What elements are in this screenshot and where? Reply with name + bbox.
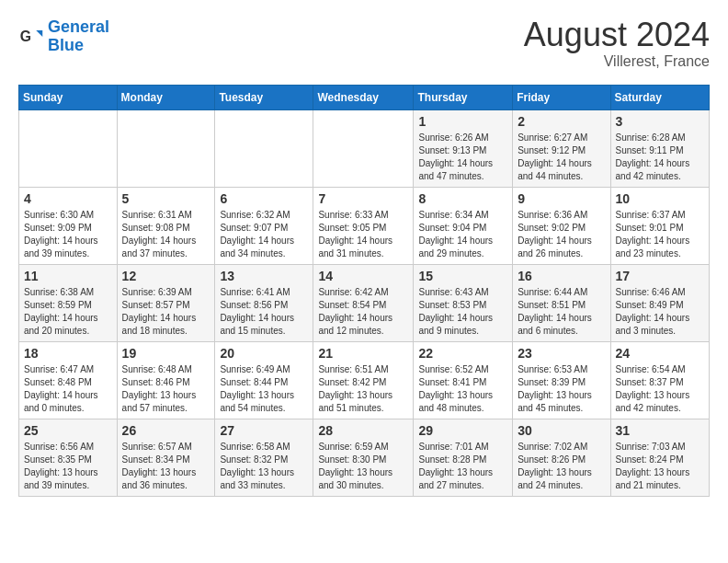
calendar-cell: 28Sunrise: 6:59 AM Sunset: 8:30 PM Dayli…	[313, 419, 414, 497]
day-number: 2	[518, 114, 605, 129]
title-block: August 2024 Villerest, France	[524, 18, 710, 70]
day-number: 17	[616, 269, 704, 283]
day-number: 4	[24, 191, 112, 206]
logo-icon: G	[18, 24, 44, 50]
calendar-cell: 10Sunrise: 6:37 AM Sunset: 9:01 PM Dayli…	[610, 188, 709, 265]
day-info: Sunrise: 6:44 AM Sunset: 8:51 PM Dayligh…	[518, 286, 605, 338]
calendar-week-2: 4Sunrise: 6:30 AM Sunset: 9:09 PM Daylig…	[19, 188, 710, 265]
calendar-table: SundayMondayTuesdayWednesdayThursdayFrid…	[18, 85, 710, 497]
day-info: Sunrise: 6:31 AM Sunset: 9:08 PM Dayligh…	[122, 209, 210, 260]
day-info: Sunrise: 6:53 AM Sunset: 8:39 PM Dayligh…	[518, 363, 605, 415]
day-number: 23	[518, 346, 605, 361]
day-number: 7	[318, 191, 408, 206]
day-number: 3	[616, 114, 704, 129]
svg-marker-1	[36, 30, 42, 37]
calendar-cell: 24Sunrise: 6:54 AM Sunset: 8:37 PM Dayli…	[610, 342, 709, 419]
day-number: 29	[418, 423, 507, 438]
day-number: 15	[418, 269, 507, 283]
day-info: Sunrise: 6:43 AM Sunset: 8:53 PM Dayligh…	[418, 286, 507, 338]
page-header: G General Blue August 2024 Villerest, Fr…	[18, 18, 710, 70]
day-info: Sunrise: 6:32 AM Sunset: 9:07 PM Dayligh…	[220, 209, 308, 260]
calendar-cell: 11Sunrise: 6:38 AM Sunset: 8:59 PM Dayli…	[19, 265, 118, 342]
day-number: 16	[518, 269, 605, 283]
calendar-cell: 2Sunrise: 6:27 AM Sunset: 9:12 PM Daylig…	[513, 110, 610, 188]
day-info: Sunrise: 6:54 AM Sunset: 8:37 PM Dayligh…	[616, 363, 704, 415]
calendar-cell: 6Sunrise: 6:32 AM Sunset: 9:07 PM Daylig…	[215, 188, 313, 265]
day-info: Sunrise: 6:52 AM Sunset: 8:41 PM Dayligh…	[418, 363, 507, 415]
month-title: August 2024	[524, 18, 710, 52]
day-info: Sunrise: 6:30 AM Sunset: 9:09 PM Dayligh…	[24, 209, 112, 260]
day-number: 13	[220, 269, 308, 283]
day-info: Sunrise: 6:59 AM Sunset: 8:30 PM Dayligh…	[318, 441, 408, 492]
day-number: 22	[418, 346, 507, 361]
day-number: 5	[122, 191, 210, 206]
day-info: Sunrise: 6:39 AM Sunset: 8:57 PM Dayligh…	[122, 286, 210, 338]
calendar-cell: 14Sunrise: 6:42 AM Sunset: 8:54 PM Dayli…	[313, 265, 414, 342]
calendar-cell: 21Sunrise: 6:51 AM Sunset: 8:42 PM Dayli…	[313, 342, 414, 419]
calendar-cell	[19, 110, 118, 188]
day-info: Sunrise: 6:33 AM Sunset: 9:05 PM Dayligh…	[318, 209, 408, 260]
calendar-cell	[313, 110, 414, 188]
day-number: 21	[318, 346, 408, 361]
svg-text:G: G	[20, 29, 31, 44]
calendar-cell: 8Sunrise: 6:34 AM Sunset: 9:04 PM Daylig…	[414, 188, 513, 265]
day-number: 28	[318, 423, 408, 438]
weekday-header-friday: Friday	[513, 86, 610, 110]
day-info: Sunrise: 6:34 AM Sunset: 9:04 PM Dayligh…	[418, 209, 507, 260]
calendar-cell: 1Sunrise: 6:26 AM Sunset: 9:13 PM Daylig…	[414, 110, 513, 188]
day-info: Sunrise: 6:26 AM Sunset: 9:13 PM Dayligh…	[418, 132, 507, 183]
calendar-cell: 19Sunrise: 6:48 AM Sunset: 8:46 PM Dayli…	[117, 342, 215, 419]
weekday-header-sunday: Sunday	[19, 86, 118, 110]
weekday-header-saturday: Saturday	[610, 86, 709, 110]
day-info: Sunrise: 7:03 AM Sunset: 8:24 PM Dayligh…	[616, 441, 704, 492]
day-info: Sunrise: 6:37 AM Sunset: 9:01 PM Dayligh…	[616, 209, 704, 260]
day-info: Sunrise: 7:02 AM Sunset: 8:26 PM Dayligh…	[518, 441, 605, 492]
calendar-cell: 13Sunrise: 6:41 AM Sunset: 8:56 PM Dayli…	[215, 265, 313, 342]
calendar-cell: 23Sunrise: 6:53 AM Sunset: 8:39 PM Dayli…	[513, 342, 610, 419]
calendar-week-1: 1Sunrise: 6:26 AM Sunset: 9:13 PM Daylig…	[19, 110, 710, 188]
weekday-header-monday: Monday	[117, 86, 215, 110]
calendar-cell: 22Sunrise: 6:52 AM Sunset: 8:41 PM Dayli…	[414, 342, 513, 419]
day-info: Sunrise: 6:27 AM Sunset: 9:12 PM Dayligh…	[518, 132, 605, 183]
location-subtitle: Villerest, France	[524, 53, 710, 70]
day-number: 26	[122, 423, 210, 438]
day-info: Sunrise: 6:46 AM Sunset: 8:49 PM Dayligh…	[616, 286, 704, 338]
day-info: Sunrise: 6:41 AM Sunset: 8:56 PM Dayligh…	[220, 286, 308, 338]
day-number: 30	[518, 423, 605, 438]
calendar-cell: 5Sunrise: 6:31 AM Sunset: 9:08 PM Daylig…	[117, 188, 215, 265]
day-number: 14	[318, 269, 408, 283]
day-number: 19	[122, 346, 210, 361]
day-info: Sunrise: 7:01 AM Sunset: 8:28 PM Dayligh…	[418, 441, 507, 492]
day-number: 18	[24, 346, 112, 361]
day-number: 31	[616, 423, 704, 438]
day-info: Sunrise: 6:28 AM Sunset: 9:11 PM Dayligh…	[616, 132, 704, 183]
calendar-week-5: 25Sunrise: 6:56 AM Sunset: 8:35 PM Dayli…	[19, 419, 710, 497]
logo-general: General	[48, 17, 109, 36]
day-number: 25	[24, 423, 112, 438]
day-number: 12	[122, 269, 210, 283]
calendar-cell: 30Sunrise: 7:02 AM Sunset: 8:26 PM Dayli…	[513, 419, 610, 497]
calendar-cell: 16Sunrise: 6:44 AM Sunset: 8:51 PM Dayli…	[513, 265, 610, 342]
calendar-cell: 25Sunrise: 6:56 AM Sunset: 8:35 PM Dayli…	[19, 419, 118, 497]
day-info: Sunrise: 6:38 AM Sunset: 8:59 PM Dayligh…	[24, 286, 112, 338]
calendar-cell: 12Sunrise: 6:39 AM Sunset: 8:57 PM Dayli…	[117, 265, 215, 342]
day-number: 1	[418, 114, 507, 129]
calendar-cell: 3Sunrise: 6:28 AM Sunset: 9:11 PM Daylig…	[610, 110, 709, 188]
day-info: Sunrise: 6:47 AM Sunset: 8:48 PM Dayligh…	[24, 363, 112, 415]
weekday-header-thursday: Thursday	[414, 86, 513, 110]
calendar-header-row: SundayMondayTuesdayWednesdayThursdayFrid…	[19, 86, 710, 110]
logo-blue: Blue	[48, 36, 84, 54]
day-number: 20	[220, 346, 308, 361]
calendar-cell: 17Sunrise: 6:46 AM Sunset: 8:49 PM Dayli…	[610, 265, 709, 342]
day-info: Sunrise: 6:36 AM Sunset: 9:02 PM Dayligh…	[518, 209, 605, 260]
day-info: Sunrise: 6:57 AM Sunset: 8:34 PM Dayligh…	[122, 441, 210, 492]
calendar-cell	[117, 110, 215, 188]
calendar-cell: 31Sunrise: 7:03 AM Sunset: 8:24 PM Dayli…	[610, 419, 709, 497]
calendar-cell: 29Sunrise: 7:01 AM Sunset: 8:28 PM Dayli…	[414, 419, 513, 497]
calendar-cell: 18Sunrise: 6:47 AM Sunset: 8:48 PM Dayli…	[19, 342, 118, 419]
calendar-week-4: 18Sunrise: 6:47 AM Sunset: 8:48 PM Dayli…	[19, 342, 710, 419]
calendar-week-3: 11Sunrise: 6:38 AM Sunset: 8:59 PM Dayli…	[19, 265, 710, 342]
calendar-cell: 9Sunrise: 6:36 AM Sunset: 9:02 PM Daylig…	[513, 188, 610, 265]
day-number: 24	[616, 346, 704, 361]
day-number: 11	[24, 269, 112, 283]
